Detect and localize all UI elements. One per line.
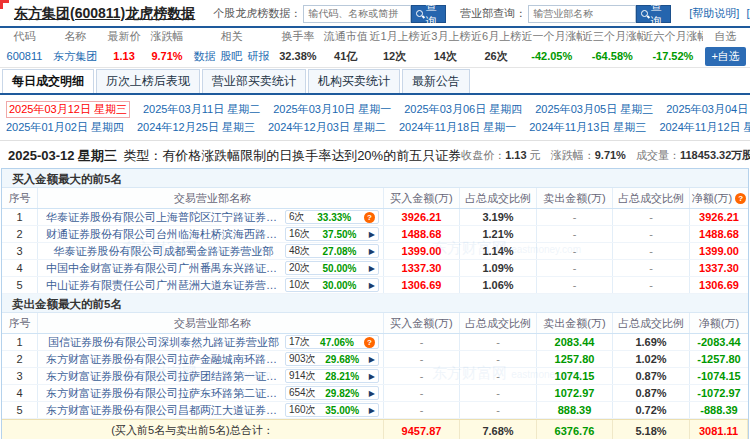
branch-link[interactable]: 中国中金财富证券有限公司广州番禺东兴路证券营业部	[46, 261, 281, 276]
col-header: 近6月上榜	[471, 29, 522, 44]
date-link[interactable]: 2024年12月03日 星期二	[268, 120, 386, 135]
col-header: 买入金额(万)	[384, 313, 460, 333]
total-sell-ratio: 5.18%	[613, 420, 690, 439]
date-link[interactable]: 2024年12月25日 星期三	[137, 120, 255, 135]
branch-stat-badge[interactable]: 20次50.00%▶	[285, 261, 379, 275]
branch-link[interactable]: 东方财富证券股份有限公司拉萨团结路第一证券营业部	[46, 369, 281, 384]
branch-search-input[interactable]	[528, 5, 636, 23]
date-link[interactable]: 2025年03月10日 星期一	[273, 102, 391, 117]
net-amount: 1306.69	[690, 277, 748, 293]
date-link-active[interactable]: 2025年03月12日 星期三	[6, 101, 130, 118]
add-favorite-button[interactable]: +自选	[705, 47, 745, 66]
total-net: 3081.11	[690, 420, 748, 439]
date-link[interactable]: 2024年11月18日 星期一	[399, 120, 516, 135]
total-buy: 9457.87	[384, 420, 460, 439]
date-link[interactable]: 2024年11月13日 星期三	[529, 120, 646, 135]
buy-amount: -	[384, 351, 460, 367]
help-link[interactable]: [帮助说明]	[689, 7, 739, 19]
branch-stat-badge[interactable]: 914次28.21%▶	[285, 369, 379, 383]
branch-stat-badge[interactable]: 48次27.08%▶	[285, 244, 379, 258]
buy-ratio: 1.06%	[460, 277, 537, 293]
sell-amount: -	[537, 260, 613, 276]
net-amount: -2083.44	[690, 334, 748, 350]
col-header: 最新价	[104, 29, 145, 44]
col-header: 占总成交比例	[460, 313, 537, 333]
branch-link[interactable]: 东方财富证券股份有限公司拉萨东环路第二证券营业部	[46, 386, 281, 401]
total-buy-ratio: 7.68%	[460, 420, 537, 439]
branch-search-label: 营业部查询：	[460, 6, 526, 21]
sell-table-header: 序号 交易营业部名称 买入金额(万) 占总成交比例 卖出金额(万) 占总成交比例…	[2, 313, 748, 334]
buy-amount: -	[384, 334, 460, 350]
buy-amount: -	[384, 402, 460, 418]
sell-ratio: 0.72%	[613, 402, 690, 418]
feedback-link[interactable]: [意见反馈]	[746, 7, 750, 19]
branch-link[interactable]: 华泰证券股份有限公司上海普陀区江宁路证券营业部	[46, 210, 281, 225]
col-header: 交易营业部名称	[38, 313, 384, 333]
buy-ratio: 3.19%	[460, 209, 537, 225]
branch-stat-badge[interactable]: 16次37.50%▶	[285, 227, 379, 241]
sell-table-row: 5 东方财富证券股份有限公司昌都两江大道证券营业部 160次35.00%▶ - …	[2, 402, 748, 419]
net-amount: 1399.00	[690, 243, 748, 259]
date-link[interactable]: 2024年11月12日 星期二	[659, 120, 750, 135]
col-header: 涨跌幅	[145, 29, 190, 44]
sell-table-row: 2 东方财富证券股份有限公司拉萨金融城南环路证券营业部 903次29.68%▶ …	[2, 351, 748, 368]
branch-link[interactable]: 财通证券股份有限公司台州临海杜桥滨海西路证券营业部	[46, 227, 281, 242]
col-header: 相关	[190, 29, 274, 44]
stock-name-link[interactable]: 东方集团	[53, 50, 97, 62]
stock-search-input[interactable]	[303, 5, 411, 23]
sell-ratio: -	[613, 226, 690, 242]
total-row: (买入前5名与卖出前5名)总合计： 9457.87 7.68% 6376.76 …	[2, 419, 748, 439]
sell-ratio: 0.87%	[613, 385, 690, 401]
buy-ratio: -	[460, 385, 537, 401]
branch-link[interactable]: 东方财富证券股份有限公司拉萨金融城南环路证券营业部	[46, 352, 281, 367]
sell-amount: 888.39	[537, 402, 613, 418]
tab-announcements[interactable]: 最新公告	[402, 69, 470, 93]
buy-table-row: 2 财通证券股份有限公司台州临海杜桥滨海西路证券营业部 16次37.50%▶ 1…	[2, 226, 748, 243]
date-link[interactable]: 2025年01月02日 星期四	[6, 120, 124, 135]
change-3m: -64.58%	[582, 50, 643, 62]
help-icon[interactable]: ?	[735, 193, 746, 204]
buy-ratio: -	[460, 402, 537, 418]
tab-branch-stats[interactable]: 营业部买卖统计	[202, 69, 306, 93]
tab-daily-detail[interactable]: 每日成交明细	[2, 69, 94, 93]
branch-link[interactable]: 中山证券有限责任公司广州琶洲大道东证券营业部	[46, 278, 281, 293]
date-link[interactable]: 2025年03月11日 星期二	[143, 102, 260, 117]
guba-link[interactable]: 股吧	[220, 50, 242, 62]
tab-past-performance[interactable]: 历次上榜后表现	[96, 69, 200, 93]
branch-stat-badge[interactable]: 6次33.33%?	[285, 210, 379, 224]
stock-summary-header: 代码 名称 最新价 涨跌幅 相关 换手率 流通市值 近1月上榜 近3月上榜 近6…	[2, 28, 748, 45]
net-amount: -1074.15	[690, 368, 748, 384]
expand-arrow-icon: ▶	[369, 230, 375, 239]
branch-link[interactable]: 华泰证券股份有限公司成都蜀金路证券营业部	[46, 244, 281, 259]
branch-stat-badge[interactable]: 160次35.00%▶	[285, 403, 379, 417]
buy-amount: -	[384, 368, 460, 384]
col-header: 交易营业部名称	[38, 188, 384, 208]
sell-amount: 1072.97	[537, 385, 613, 401]
branch-stat-badge[interactable]: 10次30.00%▶	[285, 278, 379, 292]
sell-ratio: 1.02%	[613, 351, 690, 367]
branch-stat-badge[interactable]: 903次29.68%▶	[285, 352, 379, 366]
date-link[interactable]: 2025年03月04日 星期二	[666, 102, 750, 117]
data-link[interactable]: 数据	[193, 50, 215, 62]
branch-stat-badge[interactable]: 17次47.06%?	[285, 335, 379, 349]
buy-amount: 1306.69	[384, 277, 460, 293]
date-link[interactable]: 2025年03月05日 星期三	[535, 102, 653, 117]
tab-institution-stats[interactable]: 机构买卖统计	[308, 69, 400, 93]
buy-ratio: -	[460, 351, 537, 367]
sell-table-row: 3 东方财富证券股份有限公司拉萨团结路第一证券营业部 914次28.21%▶ -…	[2, 368, 748, 385]
branch-link[interactable]: 国信证券股份有限公司深圳泰然九路证券营业部	[46, 335, 281, 350]
buy-table-row: 1 华泰证券股份有限公司上海普陀区江宁路证券营业部 6次33.33%? 3926…	[2, 209, 748, 226]
stock-search-button[interactable]: 查询	[411, 5, 446, 23]
stock-summary-table: 代码 名称 最新价 涨跌幅 相关 换手率 流通市值 近1月上榜 近3月上榜 近6…	[0, 28, 750, 68]
date-link[interactable]: 2025年03月06日 星期四	[404, 102, 522, 117]
branch-link[interactable]: 东方财富证券股份有限公司昌都两江大道证券营业部	[46, 403, 281, 418]
report-link[interactable]: 研报	[248, 50, 270, 62]
buy-amount: 1337.30	[384, 260, 460, 276]
buy-ratio: 1.21%	[460, 226, 537, 242]
sell-table-row: 1 国信证券股份有限公司深圳泰然九路证券营业部 17次47.06%? - - 2…	[2, 334, 748, 351]
branch-search-button[interactable]: 查询	[636, 5, 671, 23]
stock-code-link[interactable]: 600811	[7, 50, 43, 62]
net-amount: 3926.21	[690, 209, 748, 225]
branch-stat-badge[interactable]: 654次29.82%▶	[285, 386, 379, 400]
net-amount: -1257.80	[690, 351, 748, 367]
